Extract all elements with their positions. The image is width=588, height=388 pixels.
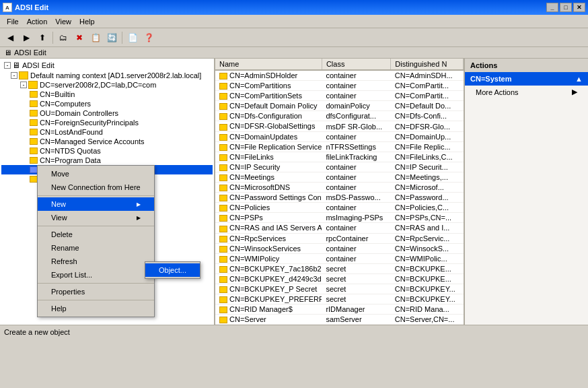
submenu-object[interactable]: Object... bbox=[145, 263, 200, 277]
dc-folder-icon bbox=[28, 81, 38, 89]
doc-button[interactable]: 📄 bbox=[125, 30, 140, 45]
ctx-refresh[interactable]: Refresh bbox=[38, 255, 154, 268]
menu-help[interactable]: Help bbox=[75, 16, 99, 27]
cell-name: CN=Policies bbox=[215, 203, 322, 213]
ctx-delete[interactable]: Delete bbox=[38, 228, 154, 241]
tree-item-dnc[interactable]: - Default naming context [AD1.server2008… bbox=[1, 71, 213, 80]
table-row[interactable]: CN=Default Domain PolicydomainPolicyCN=D… bbox=[215, 101, 464, 111]
table-row[interactable]: CN=MeetingscontainerCN=Meetings,... bbox=[215, 172, 464, 182]
tree-item-builtin[interactable]: CN=Builtin bbox=[1, 90, 213, 99]
toolbar: ◀ ▶ ⬆ 🗂 ✖ 📋 🔄 📄 ❓ bbox=[0, 28, 588, 47]
table-row[interactable]: CN=WinsockServicescontainerCN=WinsockS..… bbox=[215, 243, 464, 253]
delete-button[interactable]: ✖ bbox=[72, 30, 87, 45]
table-row[interactable]: CN=MicrosoftDNScontainerCN=Microsof... bbox=[215, 183, 464, 193]
table-row[interactable]: CN=WMIPolicycontainerCN=WMIPolic... bbox=[215, 253, 464, 263]
refresh-button[interactable]: 🔄 bbox=[104, 30, 119, 45]
table-row[interactable]: CN=DFSR-GlobalSettingsmsDF SR-Glob...CN=… bbox=[215, 121, 464, 131]
cell-name: CN=AdminSDHolder bbox=[215, 70, 322, 81]
menu-file[interactable]: File bbox=[3, 16, 23, 27]
table-row[interactable]: CN=BCKUPKEY_7ac186b2-d1...secretCN=BCKUP… bbox=[215, 263, 464, 273]
tree-item-fsp[interactable]: CN=ForeignSecurityPrincipals bbox=[1, 118, 213, 127]
submenu-object-label: Object... bbox=[159, 266, 186, 274]
ctx-view[interactable]: View ▶ bbox=[38, 211, 154, 224]
cell-class: container bbox=[322, 203, 390, 213]
toolbar-separator-2 bbox=[122, 32, 122, 44]
col-name[interactable]: Name bbox=[215, 59, 322, 70]
table-row[interactable]: CN=PoliciescontainerCN=Policies,C... bbox=[215, 203, 464, 213]
tree-item-pd[interactable]: CN=Program Data bbox=[1, 156, 213, 165]
cell-dn: CN=BCKUPKE... bbox=[391, 263, 464, 273]
cell-name: CN=WinsockServices bbox=[215, 243, 322, 253]
minimize-button[interactable]: _ bbox=[546, 3, 558, 12]
table-row[interactable]: CN=Password Settings Contai...msDS-Passw… bbox=[215, 193, 464, 203]
ctx-properties[interactable]: Properties bbox=[38, 285, 154, 298]
table-row[interactable]: CN=RAS and IAS Servers Acc...containerCN… bbox=[215, 223, 464, 233]
table-row[interactable]: CN=RpcServicesrpcContainerCN=RpcServic..… bbox=[215, 233, 464, 243]
status-bar: Create a new object bbox=[0, 325, 588, 338]
close-button[interactable]: ✕ bbox=[573, 3, 585, 12]
cell-dn: CN=BCKUPKEY... bbox=[391, 284, 464, 294]
table-row[interactable]: CN=ServersamServerCN=Server,CN=... bbox=[215, 315, 464, 325]
copy-button[interactable]: 📋 bbox=[88, 30, 103, 45]
list-panel[interactable]: Name Class Distinguished N CN=AdminSDHol… bbox=[215, 59, 464, 325]
ctx-help[interactable]: Help bbox=[38, 302, 154, 315]
col-class[interactable]: Class bbox=[322, 59, 390, 70]
tree-root[interactable]: - 🖥 ADSI Edit bbox=[1, 60, 213, 71]
root-expand[interactable]: - bbox=[4, 62, 11, 69]
cell-dn: CN=AdminSDH... bbox=[391, 70, 464, 81]
maximize-button[interactable]: □ bbox=[560, 3, 572, 12]
table-row[interactable]: CN=RID Manager$rIDManagerCN=RID Mana... bbox=[215, 304, 464, 315]
ctx-move[interactable]: Move bbox=[38, 167, 154, 181]
cell-name: CN=ComPartitions bbox=[215, 81, 322, 91]
breadcrumb-text: ADSI Edit bbox=[14, 48, 46, 57]
table-row[interactable]: CN=DomainUpdatescontainerCN=DomainUp... bbox=[215, 131, 464, 141]
table-row[interactable]: CN=AdminSDHoldercontainerCN=AdminSDH... bbox=[215, 70, 464, 81]
table-row[interactable]: CN=BCKUPKEY_d4249c3d-4b...secretCN=BCKUP… bbox=[215, 273, 464, 284]
list-table: Name Class Distinguished N CN=AdminSDHol… bbox=[215, 59, 464, 325]
tree-item-dc2[interactable]: OU=Domain Controllers bbox=[1, 108, 213, 118]
cell-class: container bbox=[322, 172, 390, 182]
tree-computers-label: CN=Computers bbox=[40, 100, 91, 108]
ctx-rename[interactable]: Rename bbox=[38, 241, 154, 255]
table-row[interactable]: CN=FileLinksfileLinkTrackingCN=FileLinks… bbox=[215, 152, 464, 162]
help-button[interactable]: ❓ bbox=[141, 30, 156, 45]
menu-action[interactable]: Action bbox=[23, 16, 52, 27]
row-folder-icon bbox=[219, 144, 227, 151]
up-button[interactable]: ⬆ bbox=[35, 30, 50, 45]
table-row[interactable]: CN=BCKUPKEY_P SecretsecretCN=BCKUPKEY... bbox=[215, 284, 464, 294]
dnc-expand[interactable]: - bbox=[11, 72, 17, 79]
cell-class: dfsConfigurat... bbox=[322, 111, 390, 121]
row-folder-icon bbox=[219, 286, 227, 293]
table-row[interactable]: CN=ComPartitionSetscontainerCN=ComPartit… bbox=[215, 91, 464, 101]
ctx-export[interactable]: Export List... bbox=[38, 268, 154, 282]
table-row[interactable]: CN=IP SecuritycontainerCN=IP Securit... bbox=[215, 162, 464, 172]
folder-button[interactable]: 🗂 bbox=[56, 30, 71, 45]
tree-item-ntds[interactable]: CN=NTDS Quotas bbox=[1, 146, 213, 156]
dc-expand[interactable]: - bbox=[20, 82, 27, 88]
forward-button[interactable]: ▶ bbox=[19, 30, 34, 45]
tree-item-dc[interactable]: - DC=server2008r2,DC=lab,DC=com bbox=[1, 80, 213, 90]
breadcrumb: 🖥 ADSI Edit bbox=[0, 47, 588, 59]
col-dn[interactable]: Distinguished N bbox=[391, 59, 464, 70]
tree-item-msa[interactable]: CN=Managed Service Accounts bbox=[1, 137, 213, 146]
row-folder-icon bbox=[219, 317, 227, 323]
cell-class: msDF SR-Glob... bbox=[322, 121, 390, 131]
cell-class: nTFRSSettings bbox=[322, 141, 390, 152]
table-row[interactable]: CN=PSPsmsImaging-PSPsCN=PSPs,CN=... bbox=[215, 213, 464, 223]
actions-more-actions[interactable]: More Actions ▶ bbox=[465, 86, 588, 98]
tree-item-laf[interactable]: CN=LostAndFound bbox=[1, 127, 213, 137]
tree-item-computers[interactable]: CN=Computers bbox=[1, 99, 213, 108]
ctx-new-conn[interactable]: New Connection from Here bbox=[38, 181, 154, 194]
cell-dn: CN=RAS and I... bbox=[391, 223, 464, 233]
back-button[interactable]: ◀ bbox=[3, 30, 17, 45]
table-row[interactable]: CN=File Replication ServicenTFRSSettings… bbox=[215, 141, 464, 152]
ctx-move-label: Move bbox=[51, 170, 69, 178]
table-row[interactable]: CN=ComPartitionscontainerCN=ComPartit... bbox=[215, 81, 464, 91]
more-actions-arrow: ▶ bbox=[572, 88, 577, 96]
ctx-new[interactable]: New ▶ bbox=[38, 197, 154, 211]
table-row[interactable]: CN=Dfs-ConfigurationdfsConfigurat...CN=D… bbox=[215, 111, 464, 121]
status-text: Create a new object bbox=[4, 328, 70, 336]
menu-view[interactable]: View bbox=[51, 16, 75, 27]
table-row[interactable]: CN=BCKUPKEY_PREFERRED ...secretCN=BCKUPK… bbox=[215, 294, 464, 304]
actions-selected-label: CN=System bbox=[470, 75, 511, 83]
